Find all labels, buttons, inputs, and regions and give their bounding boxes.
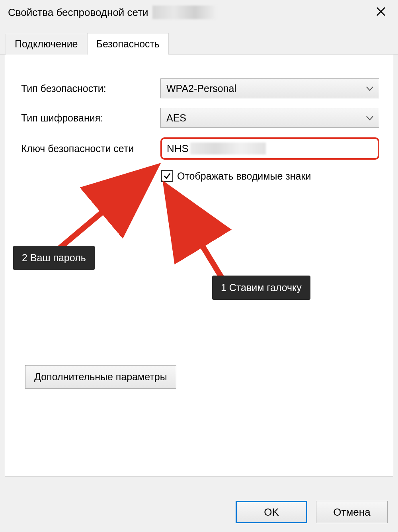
- window-title-text: Свойства беспроводной сети: [8, 6, 148, 19]
- security-type-label: Тип безопасности:: [21, 83, 160, 94]
- show-characters-checkbox[interactable]: [161, 170, 173, 182]
- svg-line-0: [53, 170, 152, 254]
- wireless-properties-window: Свойства беспроводной сети Подключение Б…: [0, 0, 398, 532]
- checkmark-icon: [163, 172, 172, 180]
- network-key-input[interactable]: NHS: [160, 137, 379, 160]
- dialog-footer: OK Отмена: [236, 501, 388, 523]
- window-title: Свойства беспроводной сети: [8, 6, 216, 19]
- network-key-redacted: [190, 143, 266, 155]
- ok-button[interactable]: OK: [236, 501, 307, 523]
- security-panel: Тип безопасности: WPA2-Personal Тип шифр…: [5, 55, 393, 477]
- close-button[interactable]: [371, 5, 391, 20]
- advanced-settings-button[interactable]: Дополнительные параметры: [25, 365, 176, 389]
- advanced-settings-label: Дополнительные параметры: [34, 371, 167, 382]
- tab-connection-label: Подключение: [15, 38, 78, 49]
- encryption-select[interactable]: AES: [160, 108, 379, 128]
- network-key-row: Ключ безопасности сети NHS: [21, 137, 379, 160]
- encryption-row: Тип шифрования: AES: [21, 108, 379, 128]
- tab-connection[interactable]: Подключение: [6, 34, 87, 55]
- encryption-label: Тип шифрования:: [21, 112, 160, 124]
- tab-security-label: Безопасность: [96, 38, 160, 49]
- ok-button-label: OK: [264, 506, 279, 518]
- close-icon: [375, 6, 387, 18]
- security-type-select[interactable]: WPA2-Personal: [160, 78, 379, 98]
- security-type-row: Тип безопасности: WPA2-Personal: [21, 78, 379, 98]
- security-type-value: WPA2-Personal: [166, 83, 236, 94]
- chevron-down-icon: [366, 113, 373, 123]
- tab-strip: Подключение Безопасность: [0, 32, 398, 55]
- svg-line-1: [168, 190, 224, 282]
- annotation-step2-text: 2 Ваш пароль: [22, 252, 86, 263]
- titlebar: Свойства беспроводной сети: [0, 0, 398, 25]
- network-name-redacted: [152, 6, 216, 19]
- show-characters-row: Отображать вводимые знаки: [161, 170, 379, 182]
- cancel-button[interactable]: Отмена: [316, 501, 388, 523]
- network-key-label: Ключ безопасности сети: [21, 143, 160, 155]
- annotation-step2: 2 Ваш пароль: [13, 246, 95, 270]
- chevron-down-icon: [366, 83, 373, 94]
- show-characters-label: Отображать вводимые знаки: [177, 170, 311, 182]
- tab-security[interactable]: Безопасность: [87, 33, 169, 55]
- annotation-step1: 1 Ставим галочку: [212, 276, 310, 300]
- network-key-value: NHS: [167, 143, 189, 155]
- encryption-value: AES: [166, 112, 186, 124]
- cancel-button-label: Отмена: [333, 506, 370, 518]
- annotation-step1-text: 1 Ставим галочку: [221, 282, 302, 293]
